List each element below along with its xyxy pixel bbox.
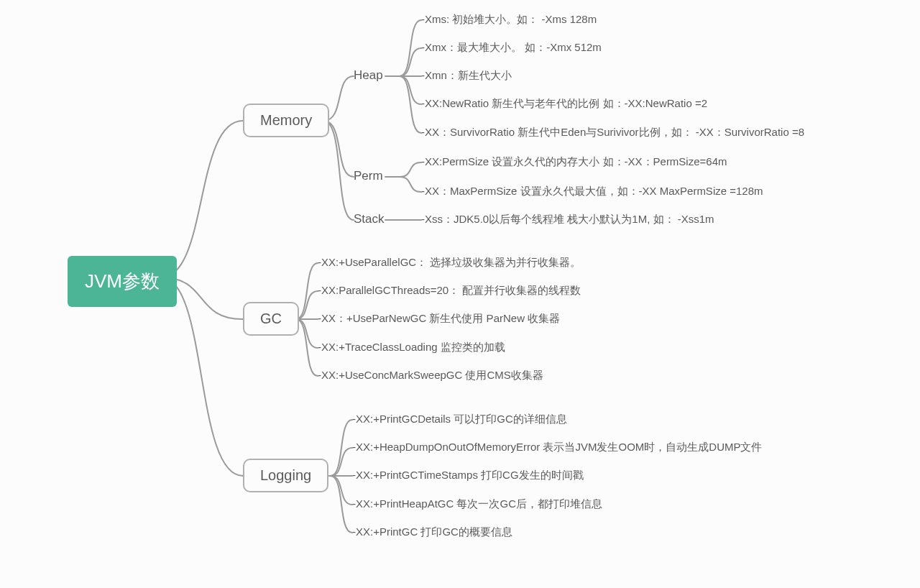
gc-item: -XX:+TraceClassLoading 监控类的加载 xyxy=(318,341,505,354)
heap-item: -XX：SurvivorRatio 新生代中Eden与Surivivor比例，如… xyxy=(421,126,804,139)
stack-label: Stack xyxy=(354,212,385,226)
heap-item: -XX:NewRatio 新生代与老年代的比例 如：-XX:NewRatio =… xyxy=(421,97,707,111)
gc-label: GC xyxy=(260,311,282,326)
heap-node[interactable]: Heap xyxy=(354,68,383,83)
heap-label: Heap xyxy=(354,68,383,82)
logging-label: Logging xyxy=(260,467,311,483)
stack-node[interactable]: Stack xyxy=(354,212,385,226)
gc-item: -XX：+UseParNewGC 新生代使用 ParNew 收集器 xyxy=(318,312,560,326)
heap-item: -Xmn：新生代大小 xyxy=(421,69,512,83)
logging-item: -XX:+PrintGC 打印GC的概要信息 xyxy=(352,525,512,539)
perm-label: Perm xyxy=(354,169,383,183)
logging-item: -XX:+PrintHeapAtGC 每次一次GC后，都打印堆信息 xyxy=(352,497,602,511)
root-node[interactable]: JVM参数 xyxy=(68,256,177,307)
root-label: JVM参数 xyxy=(85,270,160,292)
gc-item: -XX:+UseConcMarkSweepGC 使用CMS收集器 xyxy=(318,369,543,382)
logging-item: -XX:+HeapDumpOnOutOfMemoryError 表示当JVM发生… xyxy=(352,441,763,454)
stack-item: -Xss：JDK5.0以后每个线程堆 栈大小默认为1M, 如： -Xss1m xyxy=(421,213,714,226)
gc-node[interactable]: GC xyxy=(243,302,299,336)
memory-node[interactable]: Memory xyxy=(243,104,329,137)
gc-item: -XX:+UseParallelGC： 选择垃圾收集器为并行收集器。 xyxy=(318,256,581,270)
perm-node[interactable]: Perm xyxy=(354,169,383,183)
logging-item: -XX:+PrintGCDetails 可以打印GC的详细信息 xyxy=(352,413,567,426)
heap-item: -Xms: 初始堆大小。如： -Xms 128m xyxy=(421,13,597,27)
perm-item: -XX：MaxPermSize 设置永久代最大值，如：-XX MaxPermSi… xyxy=(421,185,763,198)
logging-item: -XX:+PrintGCTimeStamps 打印CG发生的时间戳 xyxy=(352,469,584,482)
memory-label: Memory xyxy=(260,112,312,128)
perm-item: -XX:PermSize 设置永久代的内存大小 如：-XX：PermSize=6… xyxy=(421,155,727,169)
heap-item: -Xmx：最大堆大小。 如：-Xmx 512m xyxy=(421,41,602,55)
gc-item: -XX:ParallelGCThreads=20： 配置并行收集器的线程数 xyxy=(318,284,581,298)
logging-node[interactable]: Logging xyxy=(243,459,328,492)
